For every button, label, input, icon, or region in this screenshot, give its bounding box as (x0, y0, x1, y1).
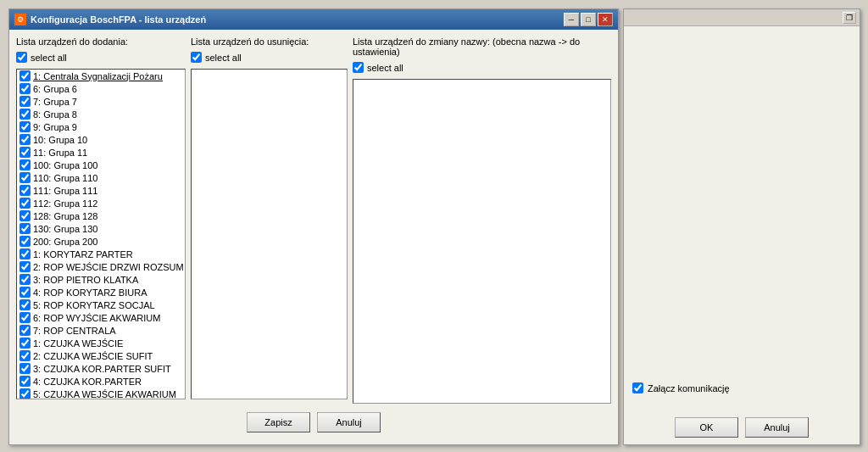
list-item-label: 3: ROP PIETRO KLATKA (33, 275, 138, 285)
list-item[interactable]: 6: ROP WYJŚCIE AKWARIUM (17, 311, 185, 324)
list-item-checkbox[interactable] (19, 312, 31, 323)
list-item[interactable]: 111: Grupa 111 (17, 184, 185, 197)
list-item-label: 7: Grupa 7 (33, 97, 77, 107)
desktop: ⚙ Konfiguracja BoschFPA - lista urządzeń… (0, 0, 868, 452)
attach-label: Załącz komunikację (648, 383, 730, 393)
list-item-label: 7: ROP CENTRALA (33, 326, 116, 336)
list-item-label: 200: Grupa 200 (33, 237, 97, 247)
list-item-checkbox[interactable] (19, 236, 31, 247)
list-item[interactable]: 1: Centrala Sygnalizacji Pożaru (17, 70, 185, 82)
remove-list-box[interactable] (191, 69, 348, 399)
list-item[interactable]: 100: Grupa 100 (17, 159, 185, 171)
list-item[interactable]: 3: ROP PIETRO KLATKA (17, 273, 185, 286)
side-bottom: OK Anuluj (624, 410, 860, 444)
list-item-checkbox[interactable] (19, 121, 31, 132)
minimize-button[interactable]: ─ (564, 13, 579, 26)
list-item[interactable]: 5: CZUJKA WEJŚCIE AKWARIUM (17, 388, 185, 399)
list-item-checkbox[interactable] (19, 223, 31, 234)
list-item[interactable]: 2: CZUJKA WEJŚCIE SUFIT (17, 349, 185, 362)
list-item-checkbox[interactable] (19, 147, 31, 158)
list-item-label: 4: CZUJKA KOR.PARTER (33, 377, 142, 387)
list-item-label: 8: Grupa 8 (33, 109, 77, 120)
list-item-checkbox[interactable] (19, 363, 31, 374)
list-item-checkbox[interactable] (19, 350, 31, 361)
remove-select-all-row: select all (191, 52, 348, 63)
list-item-checkbox[interactable] (19, 172, 31, 183)
columns-area: Lista urządzeń do dodania: select all 1:… (16, 36, 611, 404)
side-restore-button[interactable]: ❐ (843, 12, 856, 24)
save-button[interactable]: Zapisz (247, 412, 310, 432)
list-item[interactable]: 7: Grupa 7 (17, 95, 185, 108)
list-item-label: 9: Grupa 9 (33, 122, 77, 132)
list-item-checkbox[interactable] (19, 248, 31, 259)
list-item-label: 111: Grupa 111 (33, 186, 97, 196)
list-item-label: 11: Grupa 11 (33, 148, 87, 158)
list-item[interactable]: 130: Grupa 130 (17, 222, 185, 235)
remove-select-all-checkbox[interactable] (191, 52, 202, 63)
list-item-label: 128: Grupa 128 (33, 211, 97, 221)
title-controls: ─ □ ✕ (564, 13, 613, 26)
dialog-title: Konfiguracja BoschFPA - lista urządzeń (31, 14, 206, 25)
rename-column: Lista urządzeń do zmiany nazwy: (obecna … (353, 36, 611, 404)
list-item[interactable]: 110: Grupa 110 (17, 171, 185, 184)
list-item-checkbox[interactable] (19, 287, 31, 298)
list-item-checkbox[interactable] (19, 109, 31, 120)
list-item[interactable]: 1: CZUJKA WEJŚCIE (17, 337, 185, 349)
list-item[interactable]: 3: CZUJKA KOR.PARTER SUFIT (17, 362, 185, 375)
close-button[interactable]: ✕ (598, 13, 613, 26)
list-item-checkbox[interactable] (19, 96, 31, 107)
list-item-label: 5: ROP KORYTARZ SOCJAL (33, 300, 155, 310)
remove-column: Lista urządzeń do usunięcia: select all (191, 36, 348, 404)
list-item[interactable]: 9: Grupa 9 (17, 120, 185, 133)
rename-list-box[interactable] (353, 79, 611, 404)
main-dialog: ⚙ Konfiguracja BoschFPA - lista urządzeń… (8, 8, 619, 445)
list-item[interactable]: 5: ROP KORYTARZ SOCJAL (17, 299, 185, 311)
list-item-checkbox[interactable] (19, 198, 31, 209)
list-item-checkbox[interactable] (19, 325, 31, 336)
list-item[interactable]: 10: Grupa 10 (17, 133, 185, 146)
list-item-label: 130: Grupa 130 (33, 224, 97, 234)
cancel-button[interactable]: Anuluj (317, 412, 381, 432)
list-item[interactable]: 11: Grupa 11 (17, 146, 185, 159)
list-item-checkbox[interactable] (19, 388, 31, 399)
list-item-checkbox[interactable] (19, 134, 31, 145)
list-item[interactable]: 6: Grupa 6 (17, 82, 185, 95)
list-item-label: 2: ROP WEJŚCIE DRZWI ROZSUM (33, 262, 184, 272)
list-item-label: 1: CZUJKA WEJŚCIE (33, 338, 123, 349)
list-item[interactable]: 8: Grupa 8 (17, 108, 185, 120)
maximize-button[interactable]: □ (581, 13, 596, 26)
add-list-box[interactable]: 1: Centrala Sygnalizacji Pożaru6: Grupa … (16, 69, 186, 399)
list-item[interactable]: 200: Grupa 200 (17, 235, 185, 248)
list-item-label: 3: CZUJKA KOR.PARTER SUFIT (33, 364, 171, 374)
add-column: Lista urządzeń do dodania: select all 1:… (16, 36, 186, 404)
side-title-bar: ❐ (624, 9, 860, 26)
list-item[interactable]: 1: KORYTARZ PARTER (17, 248, 185, 260)
add-select-all-checkbox[interactable] (16, 52, 27, 63)
list-item-checkbox[interactable] (19, 299, 31, 310)
side-cancel-button[interactable]: Anuluj (745, 417, 809, 438)
rename-select-all-row: select all (353, 62, 611, 73)
list-item-checkbox[interactable] (19, 70, 31, 81)
list-item[interactable]: 128: Grupa 128 (17, 209, 185, 222)
list-item-checkbox[interactable] (19, 83, 31, 94)
side-ok-button[interactable]: OK (675, 417, 738, 438)
list-item-checkbox[interactable] (19, 274, 31, 285)
list-item-checkbox[interactable] (19, 376, 31, 387)
list-item[interactable]: 4: CZUJKA KOR.PARTER (17, 375, 185, 388)
list-item-label: 112: Grupa 112 (33, 198, 97, 209)
rename-select-all-checkbox[interactable] (353, 62, 364, 73)
dialog-content: Lista urządzeń do dodania: select all 1:… (9, 30, 618, 444)
list-item[interactable]: 4: ROP KORYTARZ BIURA (17, 286, 185, 299)
list-item-checkbox[interactable] (19, 159, 31, 170)
list-item-label: 1: Centrala Sygnalizacji Pożaru (33, 71, 163, 81)
add-column-label: Lista urządzeń do dodania: (16, 36, 186, 47)
list-item-label: 10: Grupa 10 (33, 135, 87, 145)
list-item-checkbox[interactable] (19, 185, 31, 196)
list-item-checkbox[interactable] (19, 261, 31, 272)
attach-checkbox[interactable] (632, 382, 643, 393)
list-item-checkbox[interactable] (19, 338, 31, 349)
list-item[interactable]: 112: Grupa 112 (17, 197, 185, 209)
list-item[interactable]: 2: ROP WEJŚCIE DRZWI ROZSUM (17, 260, 185, 273)
list-item-checkbox[interactable] (19, 210, 31, 221)
list-item[interactable]: 7: ROP CENTRALA (17, 324, 185, 337)
